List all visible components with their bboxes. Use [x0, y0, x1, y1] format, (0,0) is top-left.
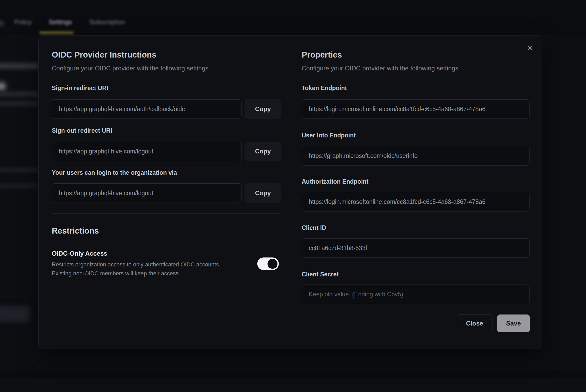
authorization-endpoint-input[interactable] [302, 192, 530, 212]
top-tab-bar: Policy Settings Subscription [0, 0, 586, 35]
restrictions-heading: Restrictions [52, 226, 99, 236]
close-icon[interactable]: ✕ [524, 42, 536, 54]
close-button[interactable]: Close [457, 314, 492, 332]
save-button[interactable]: Save [497, 314, 530, 332]
client-secret-label: Client Secret [302, 271, 339, 278]
client-id-input[interactable] [302, 238, 530, 258]
blurred-background-fragment [0, 101, 39, 106]
token-endpoint-label: Token Endpoint [302, 85, 347, 92]
userinfo-endpoint-input[interactable] [302, 146, 530, 166]
description-line-2: Existing non-OIDC members will keep thei… [52, 270, 180, 277]
toggle-knob [268, 259, 277, 269]
signout-redirect-input[interactable] [52, 142, 241, 161]
right-column-subtitle: Configure your OIDC provider with the fo… [302, 65, 458, 72]
oidc-only-access-toggle[interactable] [257, 257, 279, 270]
active-tab-underline [39, 32, 74, 34]
blurred-background-fragment [0, 92, 39, 96]
blurred-background-fragment [0, 184, 39, 188]
login-via-label: Your users can login to the organization… [52, 169, 177, 176]
tab-policy[interactable]: Policy [14, 18, 32, 26]
column-divider [291, 46, 291, 338]
tab-subscription[interactable]: Subscription [89, 18, 125, 26]
copy-button-signin[interactable]: Copy [245, 99, 281, 119]
blurred-background-button [0, 306, 30, 322]
client-id-label: Client ID [302, 224, 326, 231]
description-line-1: Restricts organization access to only au… [52, 261, 220, 268]
blurred-background-fragment [0, 21, 3, 26]
authorization-endpoint-label: Authorization Endpoint [302, 178, 368, 185]
blurred-background-fragment [0, 168, 39, 172]
signout-redirect-label: Sign-out redirect URI [52, 127, 112, 134]
left-column-title: OIDC Provider Instructions [52, 50, 156, 60]
blurred-background-fragment [0, 83, 5, 90]
login-via-input[interactable] [52, 183, 241, 203]
page-bottom-strip [0, 371, 586, 378]
signin-redirect-label: Sign-in redirect URI [52, 85, 108, 92]
token-endpoint-input[interactable] [302, 99, 530, 119]
userinfo-endpoint-label: User Info Endpoint [302, 132, 356, 139]
section-divider [52, 213, 281, 214]
right-column-title: Properties [302, 50, 342, 60]
signin-redirect-input[interactable] [52, 99, 241, 119]
copy-button-login-via[interactable]: Copy [245, 183, 281, 203]
blurred-background-fragment [0, 63, 39, 69]
left-column-subtitle: Configure your OIDC provider with the fo… [52, 65, 208, 72]
oidc-only-access-description: Restricts organization access to only au… [52, 260, 220, 278]
oidc-only-access-label: OIDC-Only Access [52, 250, 107, 257]
tab-settings[interactable]: Settings [49, 18, 72, 26]
page-bottom-area [0, 378, 586, 392]
oidc-settings-modal: ✕ OIDC Provider Instructions Configure y… [38, 35, 542, 349]
client-secret-input[interactable] [302, 285, 530, 304]
copy-button-signout[interactable]: Copy [245, 142, 281, 161]
